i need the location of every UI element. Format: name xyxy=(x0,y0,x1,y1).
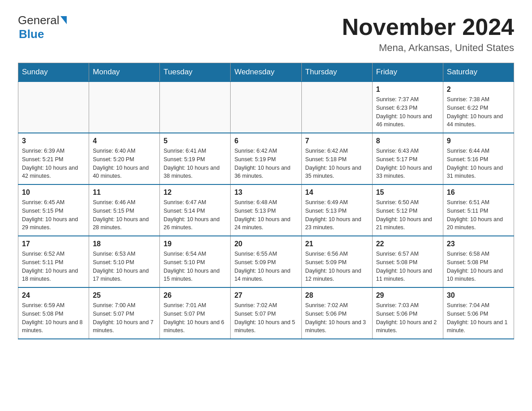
calendar-cell: 9Sunrise: 6:44 AMSunset: 5:16 PMDaylight… xyxy=(443,133,514,184)
day-number: 23 xyxy=(447,240,510,248)
month-title: November 2024 xyxy=(342,13,514,40)
calendar-cell: 20Sunrise: 6:55 AMSunset: 5:09 PMDayligh… xyxy=(231,236,301,287)
day-info: Sunrise: 7:02 AMSunset: 5:06 PMDaylight:… xyxy=(305,301,369,335)
day-number: 29 xyxy=(376,291,439,300)
day-number: 21 xyxy=(305,240,369,248)
day-info: Sunrise: 6:45 AMSunset: 5:15 PMDaylight:… xyxy=(22,198,85,232)
day-info: Sunrise: 6:39 AMSunset: 5:21 PMDaylight:… xyxy=(22,147,85,180)
day-number: 5 xyxy=(163,137,227,145)
calendar-header-saturday: Saturday xyxy=(443,63,514,82)
calendar-header-thursday: Thursday xyxy=(301,63,372,82)
calendar-cell xyxy=(160,81,231,133)
day-info: Sunrise: 6:49 AMSunset: 5:13 PMDaylight:… xyxy=(305,198,369,232)
calendar-header-wednesday: Wednesday xyxy=(231,63,301,82)
logo: General Blue xyxy=(18,13,67,41)
day-info: Sunrise: 6:43 AMSunset: 5:17 PMDaylight:… xyxy=(376,147,439,180)
day-number: 18 xyxy=(93,240,156,248)
day-info: Sunrise: 6:51 AMSunset: 5:11 PMDaylight:… xyxy=(447,198,510,232)
calendar-cell: 15Sunrise: 6:50 AMSunset: 5:12 PMDayligh… xyxy=(372,184,443,236)
calendar-header-tuesday: Tuesday xyxy=(160,63,231,82)
day-info: Sunrise: 6:55 AMSunset: 5:09 PMDaylight:… xyxy=(234,250,297,283)
calendar-cell: 12Sunrise: 6:47 AMSunset: 5:14 PMDayligh… xyxy=(160,184,231,236)
day-number: 6 xyxy=(234,137,297,145)
day-info: Sunrise: 6:58 AMSunset: 5:08 PMDaylight:… xyxy=(447,250,510,283)
calendar-cell: 16Sunrise: 6:51 AMSunset: 5:11 PMDayligh… xyxy=(443,184,514,236)
day-info: Sunrise: 7:02 AMSunset: 5:07 PMDaylight:… xyxy=(234,301,297,335)
calendar-cell: 2Sunrise: 7:38 AMSunset: 6:22 PMDaylight… xyxy=(443,81,514,133)
logo-blue-text: Blue xyxy=(19,27,44,41)
day-number: 15 xyxy=(376,188,439,197)
day-info: Sunrise: 6:57 AMSunset: 5:08 PMDaylight:… xyxy=(376,250,439,283)
day-number: 9 xyxy=(447,137,510,145)
page-header: General Blue November 2024 Mena, Arkansa… xyxy=(18,13,514,54)
day-number: 12 xyxy=(163,188,227,197)
day-info: Sunrise: 6:42 AMSunset: 5:18 PMDaylight:… xyxy=(305,147,369,180)
day-number: 14 xyxy=(305,188,369,197)
calendar-cell: 26Sunrise: 7:01 AMSunset: 5:07 PMDayligh… xyxy=(160,287,231,339)
day-number: 10 xyxy=(22,188,85,197)
calendar-cell: 4Sunrise: 6:40 AMSunset: 5:20 PMDaylight… xyxy=(89,133,160,184)
day-info: Sunrise: 7:03 AMSunset: 5:06 PMDaylight:… xyxy=(376,301,439,335)
day-number: 30 xyxy=(447,291,510,300)
calendar-cell: 27Sunrise: 7:02 AMSunset: 5:07 PMDayligh… xyxy=(231,287,301,339)
day-number: 17 xyxy=(22,240,85,248)
calendar-cell: 11Sunrise: 6:46 AMSunset: 5:15 PMDayligh… xyxy=(89,184,160,236)
day-info: Sunrise: 6:44 AMSunset: 5:16 PMDaylight:… xyxy=(447,147,510,180)
day-info: Sunrise: 6:46 AMSunset: 5:15 PMDaylight:… xyxy=(93,198,156,232)
day-info: Sunrise: 7:37 AMSunset: 6:23 PMDaylight:… xyxy=(376,95,439,129)
day-info: Sunrise: 6:48 AMSunset: 5:13 PMDaylight:… xyxy=(234,198,297,232)
calendar-cell: 22Sunrise: 6:57 AMSunset: 5:08 PMDayligh… xyxy=(372,236,443,287)
logo-triangle-icon xyxy=(60,16,67,24)
day-info: Sunrise: 6:56 AMSunset: 5:09 PMDaylight:… xyxy=(305,250,369,283)
calendar-cell: 25Sunrise: 7:00 AMSunset: 5:07 PMDayligh… xyxy=(89,287,160,339)
calendar-cell: 14Sunrise: 6:49 AMSunset: 5:13 PMDayligh… xyxy=(301,184,372,236)
day-number: 11 xyxy=(93,188,156,197)
calendar-header-friday: Friday xyxy=(372,63,443,82)
calendar-cell xyxy=(301,81,372,133)
calendar-cell: 23Sunrise: 6:58 AMSunset: 5:08 PMDayligh… xyxy=(443,236,514,287)
calendar-cell: 17Sunrise: 6:52 AMSunset: 5:11 PMDayligh… xyxy=(18,236,89,287)
day-info: Sunrise: 6:52 AMSunset: 5:11 PMDaylight:… xyxy=(22,250,85,283)
day-number: 26 xyxy=(163,291,227,300)
day-number: 20 xyxy=(234,240,297,248)
calendar-cell: 29Sunrise: 7:03 AMSunset: 5:06 PMDayligh… xyxy=(372,287,443,339)
day-info: Sunrise: 7:01 AMSunset: 5:07 PMDaylight:… xyxy=(163,301,227,335)
day-info: Sunrise: 6:54 AMSunset: 5:10 PMDaylight:… xyxy=(163,250,227,283)
calendar-header-monday: Monday xyxy=(89,63,160,82)
title-section: November 2024 Mena, Arkansas, United Sta… xyxy=(342,13,514,54)
calendar-cell: 7Sunrise: 6:42 AMSunset: 5:18 PMDaylight… xyxy=(301,133,372,184)
day-info: Sunrise: 6:42 AMSunset: 5:19 PMDaylight:… xyxy=(234,147,297,180)
calendar-cell: 1Sunrise: 7:37 AMSunset: 6:23 PMDaylight… xyxy=(372,81,443,133)
day-number: 28 xyxy=(305,291,369,300)
day-number: 2 xyxy=(447,86,510,94)
day-info: Sunrise: 6:50 AMSunset: 5:12 PMDaylight:… xyxy=(376,198,439,232)
calendar-week-row: 17Sunrise: 6:52 AMSunset: 5:11 PMDayligh… xyxy=(18,236,514,287)
calendar-cell: 21Sunrise: 6:56 AMSunset: 5:09 PMDayligh… xyxy=(301,236,372,287)
day-number: 27 xyxy=(234,291,297,300)
day-number: 13 xyxy=(234,188,297,197)
day-number: 19 xyxy=(163,240,227,248)
day-number: 1 xyxy=(376,86,439,94)
calendar-week-row: 3Sunrise: 6:39 AMSunset: 5:21 PMDaylight… xyxy=(18,133,514,184)
calendar-cell: 8Sunrise: 6:43 AMSunset: 5:17 PMDaylight… xyxy=(372,133,443,184)
day-info: Sunrise: 7:04 AMSunset: 5:06 PMDaylight:… xyxy=(447,301,510,335)
day-info: Sunrise: 7:38 AMSunset: 6:22 PMDaylight:… xyxy=(447,95,510,129)
day-info: Sunrise: 7:00 AMSunset: 5:07 PMDaylight:… xyxy=(93,301,156,335)
calendar-cell: 18Sunrise: 6:53 AMSunset: 5:10 PMDayligh… xyxy=(89,236,160,287)
calendar-cell xyxy=(231,81,301,133)
calendar-cell: 28Sunrise: 7:02 AMSunset: 5:06 PMDayligh… xyxy=(301,287,372,339)
calendar-week-row: 24Sunrise: 6:59 AMSunset: 5:08 PMDayligh… xyxy=(18,287,514,339)
calendar-cell xyxy=(18,81,89,133)
calendar-cell: 30Sunrise: 7:04 AMSunset: 5:06 PMDayligh… xyxy=(443,287,514,339)
day-info: Sunrise: 6:59 AMSunset: 5:08 PMDaylight:… xyxy=(22,301,85,335)
day-info: Sunrise: 6:40 AMSunset: 5:20 PMDaylight:… xyxy=(93,147,156,180)
day-number: 7 xyxy=(305,137,369,145)
day-number: 8 xyxy=(376,137,439,145)
day-number: 16 xyxy=(447,188,510,197)
calendar-cell: 6Sunrise: 6:42 AMSunset: 5:19 PMDaylight… xyxy=(231,133,301,184)
day-info: Sunrise: 6:53 AMSunset: 5:10 PMDaylight:… xyxy=(93,250,156,283)
logo-general-text: General xyxy=(18,13,60,27)
calendar-week-row: 10Sunrise: 6:45 AMSunset: 5:15 PMDayligh… xyxy=(18,184,514,236)
calendar-cell xyxy=(89,81,160,133)
calendar-cell: 19Sunrise: 6:54 AMSunset: 5:10 PMDayligh… xyxy=(160,236,231,287)
